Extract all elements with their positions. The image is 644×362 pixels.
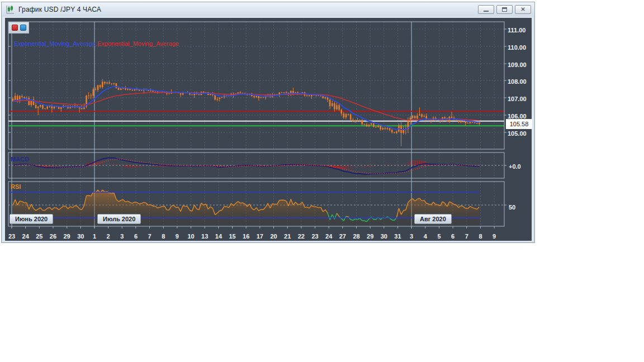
date-axis-label: 3: [405, 233, 419, 240]
minimize-button[interactable]: [478, 5, 494, 14]
rsi-panel-label: RSI: [11, 183, 21, 190]
chart-window: График USD /JPY 4 ЧАСА ✕ Exponential_Mov…: [1, 2, 535, 243]
date-axis-label: 3: [115, 233, 129, 240]
date-axis-label: 9: [170, 233, 184, 240]
date-axis-label: 30: [377, 233, 391, 240]
date-axis-label: 23: [308, 233, 322, 240]
date-axis-label: 10: [184, 233, 198, 240]
date-axis-label: 31: [391, 233, 405, 240]
rsi-axis-label: 50: [509, 204, 515, 211]
window-title: График USD /JPY 4 ЧАСА: [18, 6, 101, 13]
date-axis-label: 13: [198, 233, 212, 240]
ema-slow-legend: .Exponential_Moving_Average: [96, 40, 179, 47]
buy-square-button[interactable]: [20, 25, 26, 31]
price-axis-label: 105.00: [508, 130, 533, 137]
date-axis-label: 29: [60, 233, 74, 240]
price-axis-label: 110.00: [508, 44, 533, 51]
chart-plot: [5, 18, 532, 241]
date-axis-label: 6: [129, 233, 143, 240]
date-axis-label: 17: [253, 233, 267, 240]
date-axis-label: 27: [335, 233, 349, 240]
date-axis-label: 25: [32, 233, 46, 240]
date-axis-label: 1: [87, 233, 101, 240]
month-badge-june[interactable]: Июнь 2020: [10, 214, 53, 224]
price-axis-label: 109.00: [508, 61, 533, 68]
macd-panel-label: MACD: [11, 156, 29, 163]
date-axis-label: 4: [418, 233, 432, 240]
ema-fast-legend: Exponential_Moving_Average: [14, 40, 96, 47]
date-axis-label: 8: [157, 233, 171, 240]
date-axis-label: 5: [432, 233, 446, 240]
price-axis-label: 107.00: [508, 96, 533, 102]
date-axis-label: 7: [460, 233, 473, 240]
current-price-tag: 105.58: [506, 119, 532, 129]
sell-square-button[interactable]: [12, 25, 18, 31]
window-controls: ✕: [478, 5, 531, 14]
date-axis-label: 2: [101, 233, 115, 240]
date-axis-label: 22: [294, 233, 308, 240]
macd-axis-label: +0.0: [509, 163, 521, 170]
date-axis-label: 30: [74, 233, 88, 240]
candlestick-chart-icon: [5, 4, 15, 15]
date-axis-label: 8: [473, 233, 487, 240]
date-axis-label: 24: [18, 233, 32, 240]
month-badge-july[interactable]: Июль 2020: [97, 214, 141, 224]
minimize-icon: [484, 10, 489, 12]
title-bar[interactable]: График USD /JPY 4 ЧАСА ✕: [2, 2, 534, 17]
date-axis-label: 20: [267, 233, 281, 240]
restore-icon: [502, 7, 507, 12]
restore-button[interactable]: [496, 5, 513, 14]
date-axis-label: 15: [225, 233, 239, 240]
date-axis-label: 28: [349, 233, 363, 240]
date-axis-label: 24: [322, 233, 336, 240]
date-axis-label: 9: [487, 233, 501, 240]
indicator-legend: Exponential_Moving_Average.Exponential_M…: [14, 40, 179, 47]
month-badge-august[interactable]: Авг 2020: [414, 214, 452, 224]
close-button[interactable]: ✕: [515, 5, 531, 14]
date-axis-label: 14: [211, 233, 225, 240]
chart-canvas[interactable]: Exponential_Moving_Average.Exponential_M…: [5, 18, 532, 241]
legend-buttons: [8, 22, 29, 34]
date-axis-label: 6: [446, 233, 460, 240]
date-axis-label: 23: [5, 233, 19, 240]
date-axis-label: 21: [281, 233, 295, 240]
price-axis-label: 108.00: [508, 78, 533, 85]
date-axis-label: 26: [46, 233, 60, 240]
close-icon: ✕: [520, 7, 525, 12]
date-axis-label: 7: [143, 233, 157, 240]
date-axis-label: 29: [363, 233, 377, 240]
price-axis-label: 111.00: [508, 27, 533, 34]
date-axis-label: 16: [239, 233, 253, 240]
